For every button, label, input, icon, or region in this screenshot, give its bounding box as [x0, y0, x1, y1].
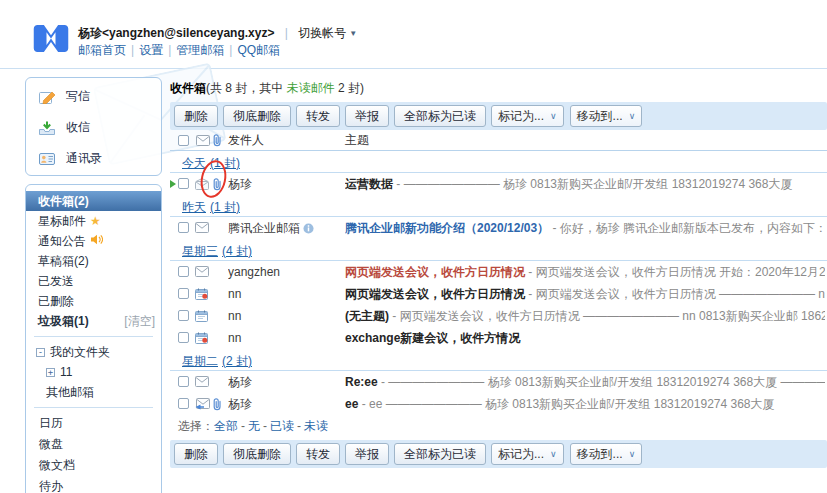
- sidebar-tree-item[interactable]: -我的文件夹: [26, 342, 161, 362]
- mail-checkbox[interactable]: [178, 178, 189, 189]
- toolbar-button[interactable]: 举报: [345, 105, 389, 127]
- mail-sender[interactable]: 杨珍: [228, 393, 342, 415]
- select-option-link[interactable]: 无: [248, 419, 260, 433]
- paperclip-icon: [213, 398, 222, 414]
- sidebar-folder[interactable]: 通知公告: [26, 231, 161, 251]
- mail-list-pane: 收件箱(共 8 封，其中 未读邮件 2 封) 删除彻底删除转发举报全部标为已读标…: [170, 80, 827, 468]
- header-nav-link[interactable]: QQ邮箱: [237, 43, 280, 57]
- toolbar-button[interactable]: 转发: [296, 443, 340, 465]
- toolbar-button[interactable]: 举报: [345, 443, 389, 465]
- collapse-icon[interactable]: -: [36, 348, 45, 357]
- sidebar-folder[interactable]: 垃圾箱(1)[清空]: [26, 311, 161, 331]
- divider: -: [241, 419, 245, 433]
- sidebar-action-compose[interactable]: 写信: [26, 81, 161, 112]
- group-label: 星期二: [182, 354, 218, 368]
- select-option-link[interactable]: 未读: [304, 419, 328, 433]
- group-header[interactable]: 今天(1 封): [170, 156, 827, 173]
- group-header[interactable]: 昨天(1 封): [170, 200, 827, 217]
- mail-row[interactable]: 杨珍Re:ee - ———————— 杨珍 0813新购买企业邮/开发组 183…: [170, 371, 827, 393]
- mail-subject[interactable]: (无主题) - 网页端发送会议，收件方日历情况 ———————— nn 0813…: [345, 305, 825, 327]
- mail-row[interactable]: 腾讯企业邮箱腾讯企业邮新功能介绍（2020/12/03） - 你好，杨珍 腾讯企…: [170, 217, 827, 239]
- sidebar-app-item[interactable]: 微文档: [26, 455, 161, 476]
- mail-checkbox[interactable]: [178, 288, 189, 299]
- sidebar-app-item[interactable]: 微盘: [26, 434, 161, 455]
- mail-checkbox[interactable]: [178, 398, 189, 409]
- subject-title: 腾讯企业邮新功能介绍（2020/12/03）: [345, 221, 549, 235]
- mail-subject[interactable]: Re:ee - ———————— 杨珍 0813新购买企业邮/开发组 18312…: [345, 371, 825, 393]
- folder-label: 通知公告: [38, 234, 86, 248]
- mail-row[interactable]: nn网页端发送会议，收件方日历情况 - 网页端发送会议，收件方日历情况 ————…: [170, 283, 827, 305]
- mail-sender[interactable]: 腾讯企业邮箱: [228, 217, 342, 241]
- sidebar-folder[interactable]: 已发送: [26, 271, 161, 291]
- mail-subject[interactable]: 运营数据 - ———————— 杨珍 0813新购买企业邮/开发组 183120…: [345, 173, 825, 195]
- group-label: 今天: [182, 156, 206, 170]
- group-label: 昨天: [182, 200, 206, 214]
- dropdown-label: 标记为...: [498, 108, 544, 125]
- chevron-down-icon: ∨: [629, 111, 636, 121]
- toolbar-button[interactable]: 删除: [174, 105, 218, 127]
- mail-checkbox[interactable]: [178, 222, 189, 233]
- sidebar-tree-item[interactable]: +11: [26, 362, 161, 382]
- exmail-logo[interactable]: [33, 23, 69, 54]
- header-nav-link[interactable]: 邮箱首页: [78, 43, 126, 57]
- compose-icon: [39, 90, 59, 104]
- mail-row[interactable]: yangzhen网页端发送会议，收件方日历情况 - 网页端发送会议，收件方日历情…: [170, 261, 827, 283]
- mail-subject[interactable]: 网页端发送会议，收件方日历情况 - 网页端发送会议，收件方日历情况 开始：202…: [345, 261, 825, 283]
- select-option-link[interactable]: 全部: [214, 419, 238, 433]
- sidebar-action-contacts[interactable]: 通讯录: [26, 143, 161, 174]
- mail-sender[interactable]: yangzhen: [228, 261, 342, 283]
- folder-label: 草稿箱(2): [38, 254, 89, 268]
- toolbar-button[interactable]: 全部标为已读: [394, 105, 486, 127]
- toolbar-dropdown[interactable]: 移动到...∨: [570, 105, 643, 127]
- toolbar-button[interactable]: 删除: [174, 443, 218, 465]
- group-count: (1 封): [210, 156, 240, 170]
- mail-checkbox[interactable]: [178, 332, 189, 343]
- sidebar-folder[interactable]: 草稿箱(2): [26, 251, 161, 271]
- mail-subject[interactable]: 腾讯企业邮新功能介绍（2020/12/03） - 你好，杨珍 腾讯企业邮新版本已…: [345, 217, 825, 239]
- expand-icon[interactable]: +: [46, 368, 55, 377]
- toolbar-button[interactable]: 转发: [296, 105, 340, 127]
- chevron-down-icon: ∨: [629, 449, 636, 459]
- mail-sender[interactable]: 杨珍: [228, 173, 342, 195]
- switch-account-button[interactable]: 切换帐号: [298, 26, 346, 40]
- envelope-column-icon: [196, 135, 210, 149]
- toolbar-dropdown[interactable]: 标记为...∨: [491, 105, 564, 127]
- mail-row[interactable]: 杨珍ee - ee ———————— 杨珍 0813新购买企业邮/开发组 183…: [170, 393, 827, 415]
- mail-subject[interactable]: ee - ee ———————— 杨珍 0813新购买企业邮/开发组 18312…: [345, 393, 825, 415]
- select-all-checkbox[interactable]: [178, 135, 189, 146]
- toolbar-dropdown[interactable]: 标记为...∨: [491, 443, 564, 465]
- empty-trash-button[interactable]: [清空]: [124, 311, 155, 331]
- sidebar-tree-item[interactable]: 其他邮箱: [26, 382, 161, 402]
- mail-sender[interactable]: nn: [228, 283, 342, 305]
- toolbar-dropdown[interactable]: 移动到...∨: [570, 443, 643, 465]
- mail-sender[interactable]: nn: [228, 305, 342, 327]
- mail-checkbox[interactable]: [178, 310, 189, 321]
- mail-sender[interactable]: nn: [228, 327, 342, 349]
- header-nav-link[interactable]: 设置: [139, 43, 163, 57]
- mail-checkbox[interactable]: [178, 266, 189, 277]
- mail-row[interactable]: nnexchange新建会议，收件方情况: [170, 327, 827, 349]
- mail-row[interactable]: nn(无主题) - 网页端发送会议，收件方日历情况 ———————— nn 08…: [170, 305, 827, 327]
- select-option-link[interactable]: 已读: [270, 419, 294, 433]
- mail-subject[interactable]: exchange新建会议，收件方情况: [345, 327, 825, 349]
- sidebar-folder[interactable]: 星标邮件★: [26, 211, 161, 231]
- subject-title: 网页端发送会议，收件方日历情况: [345, 287, 525, 301]
- sidebar-folder[interactable]: 已删除: [26, 291, 161, 311]
- group-header[interactable]: 星期三(4 封): [170, 244, 827, 261]
- mail-sender[interactable]: 杨珍: [228, 371, 342, 393]
- sidebar-action-receive[interactable]: 收信: [26, 112, 161, 143]
- sidebar-folder[interactable]: 收件箱(2): [26, 191, 161, 211]
- group-header[interactable]: 星期二(2 封): [170, 354, 827, 371]
- action-label: 通讯录: [66, 150, 102, 167]
- account-address: 杨珍<yangzhen@silenceyang.xyz>: [78, 26, 274, 40]
- toolbar-button[interactable]: 全部标为已读: [394, 443, 486, 465]
- toolbar-button[interactable]: 彻底删除: [223, 105, 291, 127]
- mail-checkbox[interactable]: [178, 376, 189, 387]
- header-nav-link[interactable]: 管理邮箱: [176, 43, 224, 57]
- sidebar-app-item[interactable]: 日历: [26, 413, 161, 434]
- mail-row[interactable]: 杨珍运营数据 - ———————— 杨珍 0813新购买企业邮/开发组 1831…: [170, 173, 827, 195]
- toolbar-button[interactable]: 彻底删除: [223, 443, 291, 465]
- sidebar-app-item[interactable]: 待办: [26, 476, 161, 493]
- mail-subject[interactable]: 网页端发送会议，收件方日历情况 - 网页端发送会议，收件方日历情况 ——————…: [345, 283, 825, 305]
- subject-title: Re:ee: [345, 375, 378, 389]
